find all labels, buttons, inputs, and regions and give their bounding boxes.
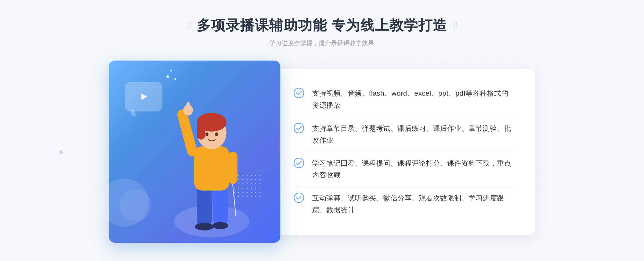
check-icon-3 <box>294 158 304 168</box>
feature-item-4: 互动弹幕、试听购买、微信分享、观看次数限制、学习进度跟踪、数据统计 <box>294 187 514 221</box>
feature-text-3: 学习笔记回看、课程提问、课程评论打分、课件资料下载，重点内容收藏 <box>312 157 514 181</box>
svg-rect-11 <box>197 118 205 140</box>
features-card: 支持视频、音频、flash、word、excel、ppt、pdf等各种格式的资源… <box>272 69 535 235</box>
check-icon-2 <box>294 123 304 133</box>
svg-rect-15 <box>186 102 190 111</box>
svg-point-12 <box>205 132 208 136</box>
svg-rect-5 <box>194 146 229 191</box>
feature-item-2: 支持章节目录、弹题考试、课后练习、课后作业、章节测验、批改作业 <box>294 117 514 151</box>
content-area: » <box>80 61 564 243</box>
page-subtitle: 学习进度全掌握，提升录播课教学效果 <box>269 39 374 47</box>
svg-point-19 <box>294 193 304 203</box>
header-section: ⁝⁝ 多项录播课辅助功能 专为线上教学打造 ⁝⁝ 学习进度全掌握，提升录播课教学… <box>186 16 458 47</box>
check-icon-1 <box>294 88 304 98</box>
page-title: 多项录播课辅助功能 专为线上教学打造 <box>197 16 447 35</box>
svg-point-13 <box>215 132 218 136</box>
sparkle-2 <box>170 70 172 72</box>
svg-rect-6 <box>176 108 198 158</box>
svg-point-18 <box>294 158 304 168</box>
svg-point-17 <box>294 123 304 133</box>
chevron-icon: » <box>59 148 63 155</box>
illustration-card <box>109 61 280 243</box>
play-bubble-tail <box>131 110 139 116</box>
feature-text-4: 互动弹幕、试听购买、微信分享、观看次数限制、学习进度跟踪、数据统计 <box>312 192 514 216</box>
svg-point-3 <box>195 223 214 230</box>
check-icon-4 <box>294 193 304 203</box>
feature-item-3: 学习笔记回看、课程提问、课程评论打分、课件资料下载，重点内容收藏 <box>294 152 514 186</box>
svg-point-16 <box>294 88 304 98</box>
svg-point-4 <box>212 222 228 229</box>
page-container: ⁝⁝ 多项录播课辅助功能 专为线上教学打造 ⁝⁝ 学习进度全掌握，提升录播课教学… <box>0 0 644 261</box>
title-decorator-left: ⁝⁝ <box>186 21 191 30</box>
left-chevrons: » <box>59 148 63 155</box>
feature-text-2: 支持章节目录、弹题考试、课后练习、课后作业、章节测验、批改作业 <box>312 122 514 146</box>
sparkle-3 <box>174 78 176 80</box>
title-row: ⁝⁝ 多项录播课辅助功能 专为线上教学打造 ⁝⁝ <box>186 16 458 35</box>
play-bubble <box>125 82 162 111</box>
deco-circle-2 <box>119 189 152 221</box>
title-decorator-right: ⁝⁝ <box>453 21 458 30</box>
feature-text-1: 支持视频、音频、flash、word、excel、ppt、pdf等各种格式的资源… <box>312 87 514 111</box>
person-figure <box>169 87 255 243</box>
feature-item-1: 支持视频、音频、flash、word、excel、ppt、pdf等各种格式的资源… <box>294 82 514 116</box>
sparkle-1 <box>166 75 169 78</box>
svg-rect-7 <box>228 152 237 184</box>
